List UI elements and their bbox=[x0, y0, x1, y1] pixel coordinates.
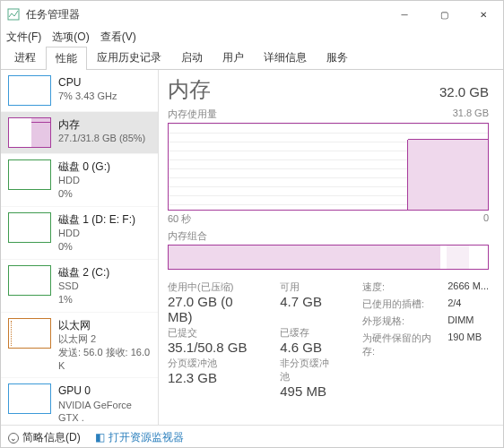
stat-label: 分页缓冲池 bbox=[168, 357, 258, 370]
tab-app-history[interactable]: 应用历史记录 bbox=[87, 46, 171, 69]
sidebar-item-sub: 0% bbox=[58, 187, 110, 201]
chart-fill-area bbox=[408, 139, 488, 210]
sidebar-item-memory[interactable]: 内存 27.1/31.8 GB (85%) bbox=[1, 112, 158, 154]
sidebar-item-ethernet[interactable]: 以太网 以太网 2 发送: 56.0 接收: 16.0 K bbox=[1, 313, 158, 379]
tab-services[interactable]: 服务 bbox=[317, 46, 358, 69]
composition-label: 内存组合 bbox=[168, 229, 207, 243]
sidebar: CPU 7% 3.43 GHz 内存 27.1/31.8 GB (85%) 磁盘… bbox=[1, 70, 159, 425]
stats-left: 使用中(已压缩) 27.0 GB (0 MB) 可用 4.7 GB 已提交 35… bbox=[168, 280, 337, 399]
spec-value: 190 MB bbox=[448, 332, 489, 358]
disk-thumbnail-icon bbox=[8, 159, 51, 190]
spec-value: DIMM bbox=[448, 314, 489, 328]
cpu-thumbnail-icon bbox=[8, 75, 51, 106]
spec-key: 速度: bbox=[362, 280, 440, 294]
sidebar-item-sub: 1% bbox=[58, 293, 109, 306]
tab-strip: 进程 性能 应用历史记录 启动 用户 详细信息 服务 bbox=[1, 46, 503, 70]
sidebar-item-disk-2[interactable]: 磁盘 2 (C:) SSD 1% bbox=[1, 260, 158, 313]
stat-value: 12.3 GB bbox=[168, 370, 258, 385]
sidebar-item-cpu[interactable]: CPU 7% 3.43 GHz bbox=[1, 70, 158, 112]
content-area: CPU 7% 3.43 GHz 内存 27.1/31.8 GB (85%) 磁盘… bbox=[1, 70, 503, 425]
memory-thumbnail-icon bbox=[8, 117, 51, 148]
sidebar-item-disk-1[interactable]: 磁盘 1 (D: E: F:) HDD 0% bbox=[1, 207, 158, 260]
tab-details[interactable]: 详细信息 bbox=[254, 46, 317, 69]
menu-options[interactable]: 选项(O) bbox=[52, 30, 89, 45]
sidebar-item-label: 磁盘 0 (G:) bbox=[58, 159, 110, 174]
spec-key: 已使用的插槽: bbox=[362, 297, 440, 311]
stat-value: 4.6 GB bbox=[280, 340, 337, 355]
window-title: 任务管理器 bbox=[26, 7, 385, 22]
main-panel: 内存 32.0 GB 内存使用量 31.8 GB 60 秒 0 内存组合 使用中… bbox=[159, 70, 503, 425]
chart-label-right: 31.8 GB bbox=[453, 108, 489, 121]
open-resource-monitor-link[interactable]: ◧打开资源监视器 bbox=[95, 430, 184, 445]
stat-value: 4.7 GB bbox=[280, 294, 337, 309]
tab-processes[interactable]: 进程 bbox=[4, 46, 46, 69]
close-button[interactable]: ✕ bbox=[464, 1, 503, 28]
stat-value: 35.1/50.8 GB bbox=[168, 340, 258, 355]
sidebar-item-sub: 27.1/31.8 GB (85%) bbox=[58, 132, 145, 145]
spec-value: 2666 M... bbox=[448, 280, 489, 294]
sidebar-item-disk-0[interactable]: 磁盘 0 (G:) HDD 0% bbox=[1, 154, 158, 207]
spec-key: 为硬件保留的内存: bbox=[362, 332, 440, 358]
stat-label: 使用中(已压缩) bbox=[168, 280, 258, 294]
sidebar-item-label: GPU 0 bbox=[58, 383, 151, 398]
sidebar-item-label: 内存 bbox=[58, 117, 145, 132]
memory-usage-chart[interactable] bbox=[168, 123, 489, 211]
sidebar-item-sub: 0% bbox=[58, 240, 135, 254]
app-icon bbox=[6, 7, 21, 22]
menu-view[interactable]: 查看(V) bbox=[100, 30, 136, 45]
stats-block: 使用中(已压缩) 27.0 GB (0 MB) 可用 4.7 GB 已提交 35… bbox=[168, 280, 489, 399]
sidebar-item-label: CPU bbox=[58, 75, 117, 90]
spec-value: 2/4 bbox=[448, 297, 489, 311]
window-controls: ─ ▢ ✕ bbox=[385, 1, 503, 28]
memory-composition-bar[interactable] bbox=[168, 245, 489, 270]
fewer-details-button[interactable]: ⌄简略信息(D) bbox=[8, 430, 81, 445]
chart-axis-right: 0 bbox=[483, 212, 489, 226]
gpu-thumbnail-icon bbox=[8, 383, 51, 414]
sidebar-item-sub: SSD bbox=[58, 280, 109, 293]
sidebar-item-sub: HDD bbox=[58, 174, 110, 187]
sidebar-item-sub: 以太网 2 bbox=[58, 332, 151, 346]
network-thumbnail-icon bbox=[8, 318, 51, 349]
sidebar-item-label: 以太网 bbox=[58, 318, 151, 332]
stat-label: 已提交 bbox=[168, 326, 258, 340]
disk-thumbnail-icon bbox=[8, 265, 51, 296]
sidebar-item-sub: HDD bbox=[58, 227, 135, 240]
disk-thumbnail-icon bbox=[8, 212, 51, 243]
sidebar-item-label: 磁盘 1 (D: E: F:) bbox=[58, 212, 135, 227]
stat-value: 27.0 GB (0 MB) bbox=[168, 294, 258, 324]
stat-label: 非分页缓冲池 bbox=[280, 357, 337, 383]
footer: ⌄简略信息(D) ◧打开资源监视器 bbox=[1, 425, 503, 448]
spec-key: 外形规格: bbox=[362, 314, 440, 328]
menubar: 文件(F) 选项(O) 查看(V) bbox=[1, 28, 503, 46]
sidebar-item-label: 磁盘 2 (C:) bbox=[58, 265, 109, 280]
total-memory: 32.0 GB bbox=[439, 84, 489, 99]
minimize-button[interactable]: ─ bbox=[385, 1, 424, 28]
svg-rect-0 bbox=[8, 9, 19, 20]
chart-label-left: 内存使用量 bbox=[168, 108, 217, 121]
tab-performance[interactable]: 性能 bbox=[46, 47, 87, 70]
maximize-button[interactable]: ▢ bbox=[424, 1, 464, 28]
sidebar-item-gpu[interactable]: GPU 0 NVIDIA GeForce GTX . 1% (36 °C) bbox=[1, 378, 158, 425]
sidebar-item-sub: NVIDIA GeForce GTX . bbox=[58, 399, 151, 425]
sidebar-item-sub: 7% 3.43 GHz bbox=[58, 90, 117, 103]
page-title: 内存 bbox=[168, 75, 211, 104]
stat-value: 495 MB bbox=[280, 383, 337, 399]
sidebar-item-sub: 发送: 56.0 接收: 16.0 K bbox=[58, 346, 151, 373]
stats-right: 速度: 2666 M... 已使用的插槽: 2/4 外形规格: DIMM 为硬件… bbox=[362, 280, 489, 399]
tab-startup[interactable]: 启动 bbox=[171, 46, 213, 69]
chevron-down-icon: ⌄ bbox=[8, 433, 19, 444]
stat-label: 已缓存 bbox=[280, 326, 337, 340]
stat-label: 可用 bbox=[280, 280, 337, 294]
chart-axis-left: 60 秒 bbox=[168, 212, 191, 226]
monitor-icon: ◧ bbox=[95, 431, 105, 444]
menu-file[interactable]: 文件(F) bbox=[6, 30, 41, 45]
titlebar: 任务管理器 ─ ▢ ✕ bbox=[1, 1, 503, 28]
tab-users[interactable]: 用户 bbox=[213, 46, 254, 69]
